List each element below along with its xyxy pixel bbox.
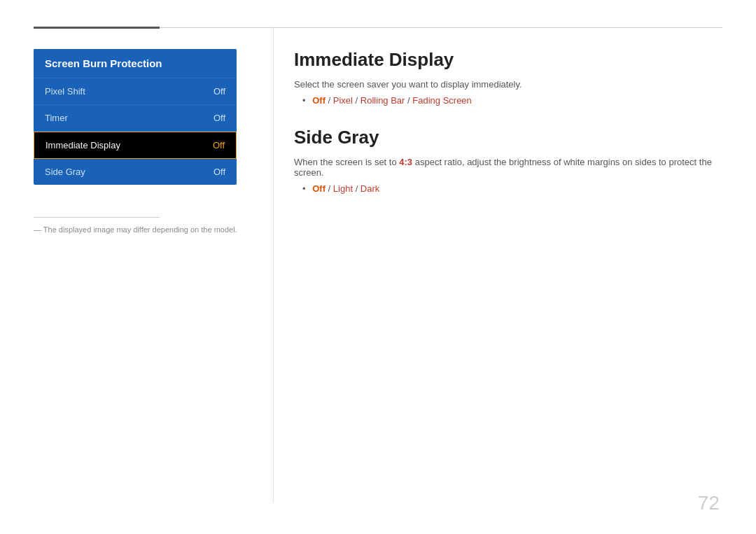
menu-item-pixel-shift[interactable]: Pixel Shift Off (34, 78, 237, 105)
side-gray-title: Side Gray (294, 127, 722, 148)
page-number: 72 (698, 492, 720, 514)
side-gray-section: Side Gray When the screen is set to 4:3 … (294, 127, 722, 194)
menu-item-label-immediate-display: Immediate Display (46, 140, 120, 150)
top-line-light (160, 27, 722, 28)
opt-fading-screen: Fading Screen (412, 95, 472, 106)
sg-opt-sep1: / (326, 183, 333, 194)
footnote: ― The displayed image may differ dependi… (34, 225, 237, 234)
menu-item-immediate-display[interactable]: Immediate Display Off (34, 132, 237, 159)
immediate-display-options: Off / Pixel / Rolling Bar / Fading Scree… (294, 95, 722, 106)
menu-item-label-side-gray: Side Gray (45, 167, 85, 177)
menu-item-side-gray[interactable]: Side Gray Off (34, 159, 237, 185)
menu-item-value-side-gray: Off (214, 167, 225, 177)
side-gray-desc-part1: When the screen is set to (294, 157, 399, 167)
right-content: Immediate Display Select the screen save… (294, 49, 722, 215)
opt-sep3: / (405, 95, 412, 106)
menu-item-label-timer: Timer (45, 113, 68, 123)
vertical-divider (273, 27, 274, 503)
opt-off: Off (312, 95, 326, 106)
menu-item-label-pixel-shift: Pixel Shift (45, 86, 85, 97)
side-gray-ratio: 4:3 (399, 157, 412, 167)
menu-divider-line (34, 217, 160, 218)
side-gray-desc: When the screen is set to 4:3 aspect rat… (294, 157, 722, 178)
top-decorative-lines (34, 27, 722, 29)
immediate-display-section: Immediate Display Select the screen save… (294, 49, 722, 106)
opt-rolling-bar: Rolling Bar (360, 95, 405, 106)
top-line-dark (34, 27, 160, 29)
immediate-display-desc: Select the screen saver you want to disp… (294, 79, 722, 90)
side-gray-option-list-item: Off / Light / Dark (302, 183, 722, 194)
side-gray-options: Off / Light / Dark (294, 183, 722, 194)
sg-opt-off: Off (312, 183, 326, 194)
menu-item-timer[interactable]: Timer Off (34, 105, 237, 132)
sg-opt-light: Light (333, 183, 353, 194)
sg-opt-sep2: / (353, 183, 360, 194)
opt-pixel: Pixel (333, 95, 353, 106)
opt-sep2: / (353, 95, 360, 106)
sg-opt-dark: Dark (360, 183, 379, 194)
menu-header: Screen Burn Protection (34, 49, 237, 78)
menu-item-value-immediate-display: Off (213, 140, 225, 150)
immediate-display-option-list-item: Off / Pixel / Rolling Bar / Fading Scree… (302, 95, 722, 106)
left-panel: Screen Burn Protection Pixel Shift Off T… (34, 49, 237, 185)
opt-sep1: / (326, 95, 333, 106)
menu-item-value-timer: Off (214, 113, 225, 123)
menu-box: Screen Burn Protection Pixel Shift Off T… (34, 49, 237, 185)
menu-item-value-pixel-shift: Off (214, 86, 225, 97)
immediate-display-title: Immediate Display (294, 49, 722, 71)
